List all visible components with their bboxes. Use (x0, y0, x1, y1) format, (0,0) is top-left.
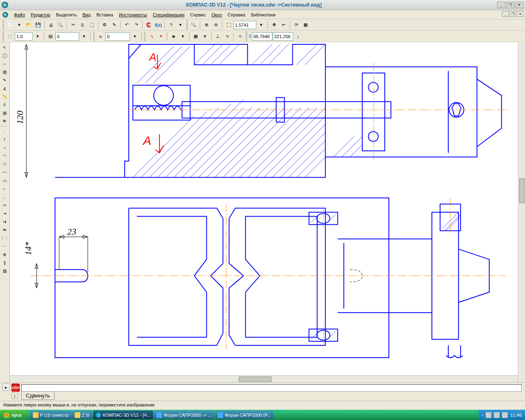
doc-restore[interactable]: ❐ (509, 11, 516, 17)
snap-btn2[interactable]: ✦ (156, 32, 165, 41)
cut-button[interactable]: ✂ (68, 21, 78, 30)
tool-select[interactable]: ↖ (0, 43, 9, 51)
scrollbar-horizontal[interactable] (10, 375, 518, 382)
tool-mirror[interactable]: ⇋ (0, 226, 9, 234)
tool-array[interactable]: ⋮⋮ (0, 234, 9, 242)
scrollbar-vertical[interactable] (518, 42, 525, 382)
zoom-input[interactable] (233, 21, 256, 29)
tool-arc[interactable]: ◠ (0, 152, 9, 160)
snap-dd[interactable]: ▾ (178, 32, 187, 41)
tool-spec[interactable]: ▤ (0, 109, 9, 117)
panel-collapse[interactable]: ▸ (2, 383, 10, 391)
tool-equid[interactable]: ∥ (0, 258, 9, 267)
zoom-fit-button[interactable]: ⛶ (224, 21, 233, 30)
tool-hatch[interactable]: ▨ (0, 68, 9, 76)
menu-spec[interactable]: Спецификация (151, 11, 187, 18)
tool-dim[interactable]: ↔ (0, 59, 9, 68)
save-button[interactable]: 💾 (34, 21, 43, 30)
copy-props-button[interactable]: ✎ (110, 21, 119, 30)
menu-editor[interactable]: Редактор (28, 11, 52, 18)
menu-insert[interactable]: Вставка (94, 11, 116, 18)
tool-chamfer[interactable]: ⌐ (0, 185, 9, 193)
task-folder-1[interactable]: F:\10 семестр (30, 411, 71, 419)
coord-y-input[interactable] (273, 32, 293, 41)
zoom-minus-button[interactable]: ⊖ (211, 21, 220, 30)
tray-clock[interactable]: 11:46 (510, 413, 522, 418)
props-button[interactable]: ⚙ (100, 21, 109, 30)
menu-libs[interactable]: Библиотеки (249, 11, 278, 18)
undo-button[interactable]: ↶ (122, 21, 131, 30)
zoom-in-button[interactable]: 🔍 (189, 21, 198, 30)
tool-rect[interactable]: ▭ (0, 176, 9, 185)
ortho-button[interactable]: ⊥ (213, 32, 222, 41)
coord-x-input[interactable] (252, 32, 272, 41)
tool-param[interactable]: ∡ (0, 84, 9, 92)
rebuild-button[interactable]: ⟳ (292, 21, 301, 30)
preview-button[interactable]: 🔍 (56, 21, 65, 30)
lib-button[interactable]: 🧲 (144, 21, 153, 30)
panel-icon[interactable]: ↕ (11, 393, 18, 399)
style-button[interactable]: ≡ (96, 32, 105, 41)
zoom-prev-button[interactable]: ↩ (279, 21, 288, 30)
maximize-button[interactable]: ❐ (506, 2, 514, 8)
redo-button[interactable]: ↷ (132, 21, 141, 30)
tool-line[interactable]: / (0, 135, 9, 144)
copy-button[interactable]: ⎘ (78, 21, 87, 30)
menu-select[interactable]: Выделить (53, 11, 79, 18)
system-tray[interactable]: ‹ 11:46 (479, 410, 525, 420)
tool-axis[interactable]: ⊕ (0, 250, 9, 258)
doc-close[interactable]: ✕ (517, 11, 523, 17)
tool-circle[interactable]: ○ (0, 144, 9, 152)
paste-button[interactable]: 📋 (87, 21, 96, 30)
minimize-button[interactable]: _ (497, 2, 505, 8)
round-button[interactable]: ∿ (223, 32, 232, 41)
tool-spline[interactable]: 〰 (0, 168, 9, 176)
drawing-canvas[interactable]: 120 (10, 42, 518, 382)
menu-service[interactable]: Сервис (188, 11, 208, 18)
layer-dd[interactable]: ▾ (80, 32, 89, 41)
tray-collapse[interactable]: ‹ (482, 413, 484, 418)
layer-input[interactable] (55, 32, 79, 41)
tool-fillet[interactable]: ◟ (0, 193, 9, 201)
pan-command-button[interactable]: Сдвинуть (21, 391, 55, 400)
coord-lock[interactable]: ↕ (294, 32, 303, 41)
menu-window[interactable]: Окно (209, 11, 224, 18)
tray-icon-2[interactable] (494, 412, 500, 418)
view-num-input[interactable] (15, 32, 33, 41)
menu-tools[interactable]: Инструменты (116, 11, 150, 18)
stop-button[interactable]: STOP (11, 383, 20, 392)
state-button[interactable]: ⬚ (5, 32, 14, 41)
vars-button[interactable]: f(x) (154, 21, 163, 30)
task-ie-1[interactable]: Форум САПР2000 -> ... (154, 411, 214, 419)
pan-button[interactable]: ✥ (269, 21, 278, 30)
task-kompas[interactable]: КОМПАС-3D V12 - [Ч... (93, 411, 153, 419)
close-button[interactable]: ✕ (515, 2, 523, 8)
task-ie-2[interactable]: Форум САПР2000 (P... (215, 411, 274, 419)
tool-extend[interactable]: ⇥ (0, 209, 9, 217)
tray-icon-1[interactable] (486, 412, 491, 418)
new-dropdown[interactable]: ▾ (15, 21, 24, 30)
tool-meas[interactable]: 📏 (0, 92, 9, 100)
snap-btn1[interactable]: ↘ (147, 32, 156, 41)
style-input[interactable] (105, 32, 130, 41)
tool-edit[interactable]: ✎ (0, 76, 9, 84)
view-dd[interactable]: ▾ (33, 32, 42, 41)
grid-dd[interactable]: ▾ (201, 32, 210, 41)
tool-geom[interactable]: ◯ (0, 51, 9, 59)
help-button[interactable]: ? (167, 21, 176, 30)
tool-region[interactable]: ▧ (0, 267, 9, 275)
zoom-dd[interactable]: ▾ (257, 21, 266, 30)
menu-view[interactable]: Вид (80, 11, 93, 18)
menu-file[interactable]: Файл (11, 11, 27, 18)
tool-aux[interactable]: ⋯ (0, 242, 9, 250)
tool-offset[interactable]: ⇉ (0, 217, 9, 226)
style-dd[interactable]: ▾ (130, 32, 139, 41)
coord-button[interactable]: ⊹ (235, 32, 244, 41)
tool-text[interactable]: A (0, 100, 9, 109)
tool-view[interactable]: 👁 (0, 117, 9, 125)
tool-ellipse[interactable]: ⬭ (0, 160, 9, 168)
layers-button[interactable]: ▦ (301, 21, 310, 30)
tray-icon-3[interactable] (502, 412, 508, 418)
tool-break[interactable]: ✂ (0, 201, 9, 209)
open-button[interactable]: 📂 (24, 21, 33, 30)
